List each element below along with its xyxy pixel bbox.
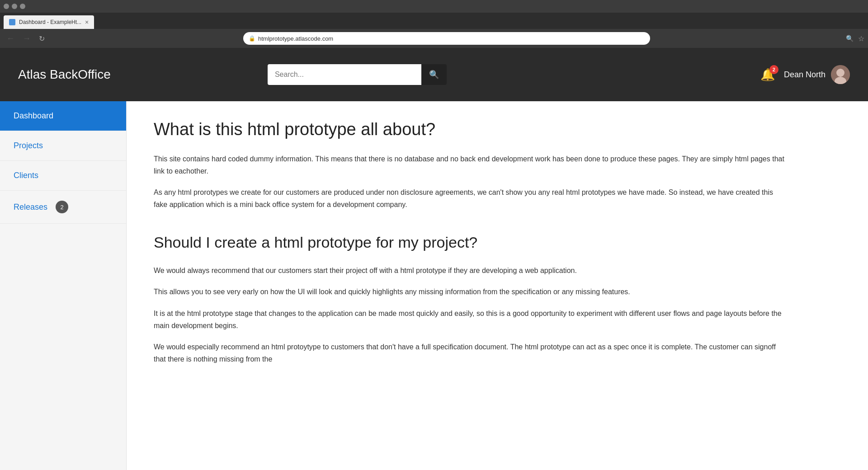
paragraph-5: It is at the html prototype stage that c… xyxy=(154,307,787,332)
user-name: Dean North xyxy=(784,70,826,80)
back-btn[interactable]: ← xyxy=(4,32,17,45)
url-text: htmlprototype.atlascode.com xyxy=(258,35,333,42)
refresh-btn[interactable]: ↻ xyxy=(36,33,47,45)
browser-chrome xyxy=(0,0,868,13)
tab-title: Dashboard - ExampleHt... xyxy=(19,19,81,25)
main-content: What is this html prototype all about? T… xyxy=(127,101,868,470)
sidebar-item-clients[interactable]: Clients xyxy=(0,161,126,191)
paragraph-4: This allows you to see very early on how… xyxy=(154,286,787,298)
sidebar-item-releases[interactable]: Releases 2 xyxy=(0,191,126,224)
url-bar[interactable]: 🔒 htmlprototype.atlascode.com xyxy=(243,32,650,45)
zoom-icon[interactable]: 🔍 xyxy=(846,35,854,42)
tab-bar: Dashboard - ExampleHt... × xyxy=(0,13,868,29)
app-title: Atlas BackOffice xyxy=(18,67,111,82)
heading-2: Should I create a html prototype for my … xyxy=(154,233,841,252)
header-right: 🔔 2 Dean North xyxy=(760,65,850,84)
search-input[interactable] xyxy=(268,64,421,85)
paragraph-1: This site contains hard coded dummy info… xyxy=(154,153,787,177)
browser-minimize-btn[interactable] xyxy=(4,4,9,9)
paragraph-6: We would especially recommend an html pr… xyxy=(154,341,787,365)
user-info[interactable]: Dean North xyxy=(784,65,850,84)
sidebar-item-label: Releases xyxy=(14,202,47,212)
releases-badge: 2 xyxy=(56,201,68,213)
search-button[interactable]: 🔍 xyxy=(421,64,447,85)
avatar xyxy=(831,65,850,84)
paragraph-3: We would always recommend that our custo… xyxy=(154,264,787,277)
tab-favicon xyxy=(9,19,15,25)
sidebar-item-label: Clients xyxy=(14,171,38,180)
browser-tab[interactable]: Dashboard - ExampleHt... × xyxy=(4,15,94,29)
sidebar-item-projects[interactable]: Projects xyxy=(0,131,126,161)
sidebar-item-label: Projects xyxy=(14,141,43,150)
svg-point-1 xyxy=(836,69,844,77)
main-layout: Dashboard Projects Clients Releases 2 Wh… xyxy=(0,101,868,470)
address-bar-right: 🔍 ☆ xyxy=(846,34,864,43)
notification-bell[interactable]: 🔔 2 xyxy=(760,68,775,82)
forward-btn[interactable]: → xyxy=(20,32,33,45)
tab-close-btn[interactable]: × xyxy=(85,19,89,26)
bookmark-icon[interactable]: ☆ xyxy=(858,34,864,43)
sidebar-item-label: Dashboard xyxy=(14,111,53,121)
app-header: Atlas BackOffice 🔍 🔔 2 Dean North xyxy=(0,48,868,101)
heading-1: What is this html prototype all about? xyxy=(154,119,841,140)
sidebar: Dashboard Projects Clients Releases 2 xyxy=(0,101,127,470)
notification-badge: 2 xyxy=(769,65,778,74)
header-search: 🔍 xyxy=(268,64,447,85)
address-bar: ← → ↻ 🔒 htmlprototype.atlascode.com 🔍 ☆ xyxy=(0,29,868,48)
browser-maximize-btn[interactable] xyxy=(12,4,17,9)
lock-icon: 🔒 xyxy=(249,35,255,42)
browser-close-btn[interactable] xyxy=(20,4,25,9)
search-icon: 🔍 xyxy=(429,70,439,80)
paragraph-2: As any html prorotypes we create for our… xyxy=(154,186,787,211)
sidebar-item-dashboard[interactable]: Dashboard xyxy=(0,101,126,131)
